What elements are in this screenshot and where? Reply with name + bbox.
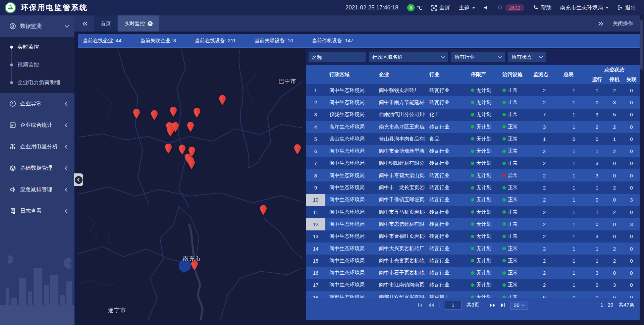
table-row-14[interactable]: 14 阆中生态环境局 阆中大兴页岩机砖厂 砖瓦行业 无计划 正常 2 1 1 2… [306, 242, 640, 255]
sidebar-item-4[interactable]: 基础数据管理 [0, 157, 74, 179]
sidebar-item-0[interactable]: 数据监测 [0, 15, 74, 37]
theme-menu[interactable]: 主题 [459, 4, 475, 11]
tabs-scroll-right-button[interactable] [598, 21, 604, 26]
cell-points: 2 [529, 96, 559, 108]
notification-badge: 2632 [505, 4, 524, 11]
cell-region: 阆中生态环境局 [325, 169, 375, 181]
chevron-left-icon [65, 123, 69, 127]
map-pin-icon[interactable] [150, 110, 159, 120]
chevron-left-icon [75, 176, 83, 184]
sidebar-subitem-1[interactable]: 视频监控 [0, 56, 74, 74]
page-number-input[interactable] [444, 301, 462, 310]
prev-page-button[interactable] [428, 303, 434, 308]
table-row-7[interactable]: 7 阆中生态环境局 阆中明阳建材有限公司 砖瓦行业 无计划 正常 2 1 3 0… [306, 157, 640, 169]
help-button[interactable]: 帮助 [533, 4, 551, 11]
status-ok-dot [471, 113, 474, 116]
table-row-2[interactable]: 2 阆中生态环境局 阆中市南方节能建材有 砖瓦行业 无计划 正常 2 1 0 3… [306, 96, 640, 108]
tabs-scroll-left-button[interactable] [82, 21, 88, 26]
table-row-3[interactable]: 3 仪陇生态环境局 西南油气田分公司川中 化工 无计划 正常 7 1 3 5 0 [306, 109, 640, 121]
cell-company: 营山县润丰肉食品有限 [375, 133, 425, 145]
temperature: 0 ℃ [407, 4, 423, 11]
last-page-button[interactable] [500, 303, 506, 308]
map-pin-icon[interactable] [166, 126, 175, 137]
tab-bar: 首页 实时监控 ✕ 关闭操作 [74, 15, 640, 32]
col-limit: 停限产 [467, 65, 498, 84]
table-row-17[interactable]: 17 阆中生态环境局 阆中市江南镇阆南页岩 砖瓦行业 无计划 正常 2 1 0 … [306, 279, 640, 291]
region-filter-select[interactable]: 行政区域名称 [369, 52, 448, 62]
cell-stop: 2 [606, 255, 623, 267]
cell-stop: 0 [606, 267, 623, 279]
map-pin-icon[interactable] [186, 121, 195, 132]
tab-label: 实时监控 [125, 20, 145, 27]
cell-region: 阆中生态环境局 [325, 181, 375, 194]
next-page-button[interactable] [489, 303, 496, 308]
map-pin-icon[interactable] [218, 95, 227, 105]
logout-button[interactable]: 退出 [618, 4, 636, 11]
cell-run: 3 [588, 157, 606, 169]
fullscreen-button[interactable]: 全屏 [431, 4, 450, 11]
organization-menu[interactable]: 南充市生态环境局 [560, 4, 609, 11]
fullscreen-label: 全屏 [439, 4, 450, 11]
table-row-13[interactable]: 13 阆中生态环境局 阆中市金福旺页岩机砖 砖瓦行业 无计划 正常 2 1 3 … [306, 230, 640, 242]
name-filter-input[interactable] [309, 52, 366, 62]
cell-region: 阆中生态环境局 [325, 194, 375, 206]
table-row-1[interactable]: 1 阆中生态环境局 阆中强锐页岩砖厂 砖瓦行业 无计划 正常 2 1 1 2 0 [306, 84, 640, 96]
table-row-9[interactable]: 9 阆中生态环境局 阆中市二龙长宝页岩砖 砖瓦行业 无计划 正常 2 1 1 2… [306, 181, 640, 194]
col-lost: 失联 [623, 75, 640, 84]
sidebar-subitem-2[interactable]: 企业电力负荷明细 [0, 74, 74, 92]
map-pin-icon[interactable] [293, 144, 302, 155]
sidebar-item-2[interactable]: 企业综合统计 [0, 114, 74, 136]
stat-value: 147 [345, 38, 353, 43]
sidebar-subitem-0[interactable]: 实时监控 [0, 38, 74, 56]
table-row-8[interactable]: 8 阆中生态环境局 阆中市枣碧大梁山页岩 砖瓦行业 无计划 异常 2 1 3 0… [306, 169, 640, 181]
status-ok-dot [502, 259, 506, 262]
monitor-panel: 行政区域名称 所有行业 所有状态 行政区域 企业 行业 停限产 治污设施 监测点 [306, 49, 640, 320]
table-row-16[interactable]: 16 阆中生态环境局 阆中市石子页岩机砖厂 砖瓦行业 无计划 正常 2 1 3 … [306, 267, 640, 279]
industry-filter-select[interactable]: 所有行业 [451, 52, 505, 62]
sidebar-item-1[interactable]: 企业异常 [0, 93, 74, 114]
cell-stop: 3 [606, 96, 623, 108]
table-row-6[interactable]: 6 阆中生态环境局 阆中市金博瑞新型墙材 砖瓦行业 无计划 正常 2 1 1 2… [306, 145, 640, 157]
cell-limit-status: 无计划 [467, 279, 498, 291]
map-pin-icon[interactable] [187, 159, 196, 169]
sidebar-item-5[interactable]: 应急减排管理 [0, 179, 74, 200]
cell-limit-status: 无计划 [467, 194, 498, 206]
map-pin-icon[interactable] [259, 205, 268, 215]
table-row-15[interactable]: 15 阆中生态环境局 阆中市光富页岩机砖厂 砖瓦行业 无计划 正常 2 1 1 … [306, 255, 640, 267]
page-scrollbar[interactable] [640, 15, 644, 325]
table-row-5[interactable]: 5 营山生态环境局 营山县润丰肉食品有限 食品 无计划 正常 1 0 0 1 0 [306, 133, 640, 145]
chevron-left-icon [65, 166, 69, 170]
cell-industry: 砖瓦行业 [425, 145, 467, 157]
map-pin-icon[interactable] [193, 107, 201, 118]
table-row-10[interactable]: 10 阆中生态环境局 阆中千佛镇五郎垭页岩 砖瓦行业 无计划 正常 2 1 0 … [306, 194, 640, 206]
map-pin-icon[interactable] [164, 143, 173, 154]
table-row-12[interactable]: 12 阆中生态环境局 阆中市忠信建材有限公 砖瓦行业 无计划 正常 2 1 0 … [306, 218, 640, 230]
page-size-select[interactable]: 20 [511, 301, 528, 310]
sidebar-item-3[interactable]: 企业用电量分析 [0, 136, 74, 157]
sidebar-item-6[interactable]: 日志查看 [0, 200, 74, 222]
map-panel[interactable]: 巴中市南充市遂宁市 [78, 49, 303, 320]
close-icon[interactable]: ✕ [148, 21, 153, 26]
scrollbar-thumb[interactable] [640, 19, 643, 70]
table-row-4[interactable]: 4 高坪生态环境局 南充市高坪区王家店建 砖瓦行业 无计划 正常 3 1 2 2… [306, 121, 640, 133]
map-canvas[interactable] [78, 49, 303, 320]
tab-0[interactable]: 首页 [94, 15, 117, 32]
tab-1[interactable]: 实时监控 ✕ [118, 15, 159, 32]
map-panel-collapse-button[interactable] [74, 173, 83, 186]
cell-meter: 1 [559, 145, 588, 157]
status-filter-select[interactable]: 所有状态 [508, 52, 546, 62]
mute-button[interactable] [484, 5, 489, 10]
notifications[interactable]: 2632 [497, 4, 524, 11]
map-pin-icon[interactable] [169, 106, 178, 117]
cell-index: 2 [306, 96, 325, 108]
stat-label: 当前在线设备: [195, 38, 226, 43]
map-pin-icon[interactable] [132, 108, 141, 119]
pagination-summary: 1 - 20 共47条 [600, 302, 634, 308]
close-operations-button[interactable]: 关闭操作 [613, 20, 633, 27]
table-row-11[interactable]: 11 阆中生态环境局 阆中市五马桥页岩机砖 砖瓦行业 无计划 正常 2 1 1 … [306, 206, 640, 218]
cell-meter: 1 [559, 157, 588, 169]
cell-industry: 化工 [425, 109, 467, 121]
status-ok-dot [471, 198, 474, 202]
first-page-button[interactable] [418, 303, 423, 308]
table-row-18[interactable]: 18 南部生态环境局 南部县双华水泥有限公 建材加工 无计划 正常 6 0 0 … [306, 291, 640, 298]
